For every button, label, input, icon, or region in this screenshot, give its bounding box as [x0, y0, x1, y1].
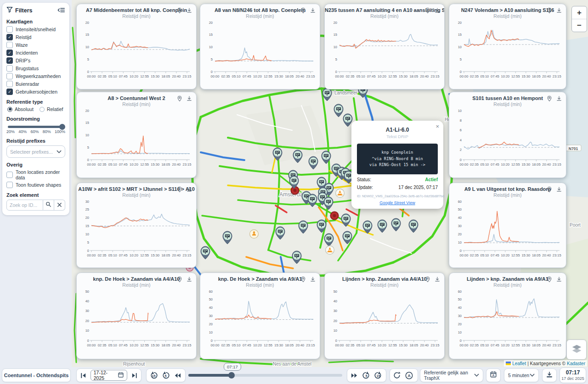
locate-on-map-icon[interactable] — [176, 276, 183, 284]
collapse-sidebar-icon[interactable] — [57, 6, 65, 15]
chart-plot: 0510152000:0002:3505:1007:4510:2012:5515… — [203, 20, 317, 82]
svg-text:20:40: 20:40 — [542, 253, 551, 257]
zoom-out-button[interactable]: − — [572, 19, 587, 32]
referentie-radio[interactable]: Relatief — [40, 106, 63, 112]
locate-on-map-icon[interactable] — [300, 276, 306, 284]
locate-on-map-icon[interactable] — [546, 186, 553, 195]
download-chart-icon[interactable] — [186, 186, 192, 195]
svg-text:05:10: 05:10 — [108, 74, 117, 78]
zoom-in-button[interactable]: + — [572, 6, 587, 19]
time-slider-handle[interactable] — [228, 372, 235, 378]
layer-checkbox[interactable]: Buienradar — [6, 81, 65, 87]
svg-text:07:45: 07:45 — [243, 74, 251, 78]
slider-handle[interactable] — [59, 124, 65, 130]
checkbox[interactable] — [6, 42, 13, 48]
svg-text:07:45: 07:45 — [119, 74, 128, 78]
checkbox[interactable]: ✓ — [6, 57, 13, 64]
time-slider[interactable] — [188, 373, 342, 377]
step-backward-button[interactable] — [171, 370, 183, 381]
locate-on-map-icon[interactable] — [176, 7, 183, 16]
layer-checkbox[interactable]: Wegwerkzaamheden — [6, 73, 65, 79]
referentie-radio[interactable]: Absoluut — [7, 106, 34, 112]
svg-text:15:30: 15:30 — [399, 74, 407, 78]
download-chart-icon[interactable] — [434, 276, 441, 284]
svg-text:00:00: 00:00 — [460, 162, 469, 167]
leaflet-link[interactable]: Leaflet — [512, 361, 526, 366]
filters-panel: Filters Kaartlagen Intensiteit/snelheid✓… — [2, 3, 69, 215]
refresh-button[interactable] — [391, 370, 403, 381]
locate-on-map-icon[interactable] — [176, 186, 183, 195]
chevron-down-icon — [57, 149, 62, 155]
download-chart-icon[interactable] — [186, 7, 192, 16]
doorstroming-slider[interactable] — [8, 126, 64, 128]
locate-on-map-icon[interactable] — [424, 7, 431, 16]
locate-on-map-icon[interactable] — [546, 276, 553, 284]
download-chart-icon[interactable] — [186, 276, 192, 284]
layer-checkbox[interactable]: ✓Gebruikersobjecten — [6, 89, 65, 95]
radio-dot[interactable] — [40, 107, 45, 112]
person-marker[interactable] — [250, 230, 259, 239]
checkbox[interactable] — [6, 65, 13, 72]
date-input[interactable]: 17-12-2025 — [90, 370, 127, 381]
search-input[interactable] — [6, 200, 43, 211]
locate-on-map-icon[interactable] — [424, 276, 431, 284]
auto-advance-button[interactable]: A — [403, 370, 415, 381]
overig-checkbox[interactable]: Toon foutieve shapes — [6, 182, 65, 188]
checkbox[interactable] — [6, 26, 13, 33]
radio-dot[interactable] — [7, 107, 12, 112]
download-chart-icon[interactable] — [310, 276, 316, 284]
download-chart-icon[interactable] — [556, 186, 562, 195]
svg-text:50: 50 — [209, 297, 213, 301]
layer-checkbox[interactable]: Waze — [6, 42, 65, 48]
svg-text:30: 30 — [85, 309, 89, 313]
incident-marker[interactable] — [330, 211, 338, 219]
locate-on-map-icon[interactable] — [546, 7, 553, 16]
skip-to-start-button[interactable] — [78, 370, 89, 381]
clear-search-button[interactable] — [54, 200, 65, 211]
calendar-auto-button[interactable]: A — [486, 368, 501, 382]
skip-to-end-button[interactable] — [129, 370, 140, 381]
roadworks-marker[interactable] — [326, 246, 334, 255]
reference-dropdown[interactable]: Referentie gelijk aan TraphX — [420, 368, 483, 382]
download-chart-icon[interactable] — [186, 95, 192, 104]
street-view-link[interactable]: Google Street View — [357, 200, 438, 205]
layer-checkbox[interactable]: ✓Reistijd — [6, 34, 65, 40]
interval-dropdown[interactable]: 5 minuten — [504, 368, 539, 382]
doorstroming-tick-label: 40% — [18, 129, 27, 134]
roadworks-marker[interactable] — [336, 189, 345, 198]
download-button[interactable] — [542, 368, 557, 382]
download-chart-icon[interactable] — [556, 7, 562, 16]
layers-button[interactable] — [566, 339, 587, 360]
back-15-min-button[interactable]: 15 — [147, 370, 159, 381]
forward-15-min-button[interactable]: 15 — [372, 370, 384, 381]
svg-text:6: 6 — [460, 128, 462, 132]
locate-on-map-icon[interactable] — [300, 7, 306, 16]
checkbox[interactable] — [6, 182, 13, 188]
download-chart-icon[interactable] — [434, 7, 441, 16]
reference-dropdown-value: Referentie gelijk aan TraphX — [424, 370, 474, 381]
locate-on-map-icon[interactable] — [176, 95, 183, 104]
download-chart-icon[interactable] — [310, 7, 316, 16]
download-chart-icon[interactable] — [556, 276, 562, 284]
download-chart-icon[interactable] — [556, 95, 562, 104]
checkbox[interactable]: ✓ — [6, 89, 13, 95]
layer-checkbox[interactable]: ✓Incidenten — [6, 50, 65, 56]
search-button[interactable] — [43, 200, 54, 211]
checkbox[interactable] — [6, 172, 13, 178]
layer-checkbox[interactable]: Brugstatus — [6, 65, 65, 72]
layer-checkbox[interactable]: Intensiteit/snelheid — [6, 26, 65, 33]
svg-text:40: 40 — [334, 299, 337, 303]
checkbox[interactable]: ✓ — [6, 50, 13, 56]
overig-checkbox[interactable]: Toon locaties zonder data — [6, 169, 65, 180]
layer-checkbox[interactable]: ✓DRIP's — [6, 57, 65, 64]
back-5-min-button[interactable]: 5 — [159, 370, 171, 381]
checkbox[interactable] — [6, 73, 13, 79]
checkbox[interactable] — [6, 81, 13, 87]
close-icon[interactable]: × — [435, 123, 439, 130]
locate-on-map-icon[interactable] — [546, 95, 553, 104]
step-forward-button[interactable] — [348, 370, 360, 381]
prefixes-select[interactable]: Selecteer prefixes... — [6, 145, 65, 158]
checkbox[interactable]: ✓ — [6, 34, 13, 40]
forward-5-min-button[interactable]: 5 — [360, 370, 372, 381]
kadaster-link[interactable]: Kadaster — [567, 361, 585, 366]
